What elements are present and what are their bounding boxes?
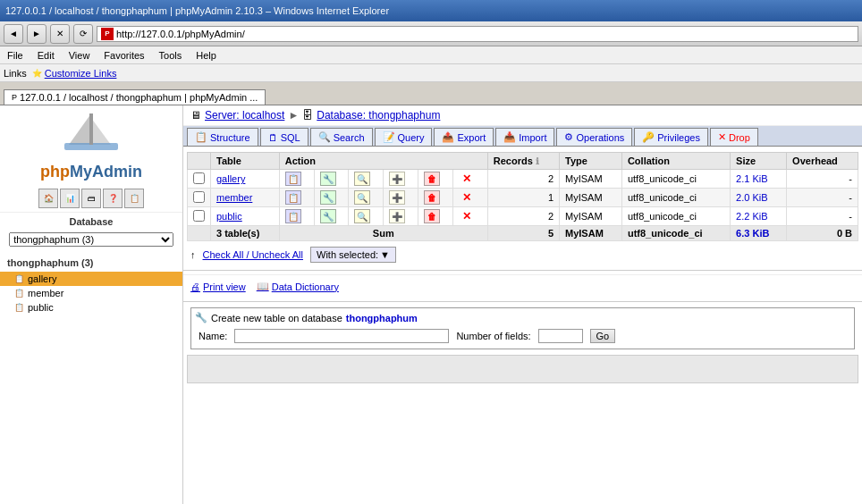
action-structure-public[interactable]: 🔧 (314, 207, 349, 226)
action-drop-member[interactable]: ✕ (452, 189, 487, 207)
print-dict-bar: 🖨 Print view 📖 Data Dictionary (183, 274, 862, 298)
tab-sql[interactable]: 🗒 SQL (260, 128, 308, 146)
action-insert-member[interactable]: ➕ (384, 189, 418, 207)
check-all-link[interactable]: Check All / Uncheck All (203, 249, 304, 260)
drop-x-icon[interactable]: ✕ (459, 190, 475, 205)
print-view-link[interactable]: 🖨 Print view (190, 281, 246, 292)
empty-icon[interactable]: 🗑 (424, 190, 440, 205)
tab-drop[interactable]: ✕ Drop (710, 128, 758, 146)
refresh-button[interactable]: ⟳ (73, 24, 93, 44)
structure-icon[interactable]: 🔧 (320, 209, 336, 223)
action-browse-public[interactable]: 📋 (279, 207, 314, 226)
search-table-icon[interactable]: 🔍 (354, 190, 370, 205)
action-empty-gallery[interactable]: 🗑 (418, 170, 453, 189)
search-table-icon[interactable]: 🔍 (354, 209, 370, 223)
drop-x-icon[interactable]: ✕ (459, 172, 475, 186)
empty-icon[interactable]: 🗑 (424, 172, 440, 186)
action-structure-gallery[interactable]: 🔧 (314, 170, 349, 189)
checkbox-public[interactable] (193, 210, 205, 222)
action-empty-member[interactable]: 🗑 (418, 189, 453, 207)
db-icon: 🗄 (302, 109, 313, 122)
tab-search[interactable]: 🔍 Search (310, 128, 373, 146)
sidebar-table-public[interactable]: 📋 public (0, 300, 182, 315)
menu-view[interactable]: View (62, 48, 97, 63)
action-insert-gallery[interactable]: ➕ (384, 170, 418, 189)
action-search-public[interactable]: 🔍 (349, 207, 384, 226)
table-name-member[interactable]: member (211, 189, 280, 207)
fields-count-input[interactable] (538, 329, 583, 343)
table-icon-gallery: 📋 (14, 274, 24, 283)
search-table-icon[interactable]: 🔍 (354, 172, 370, 186)
action-browse-gallery[interactable]: 📋 (279, 170, 314, 189)
browse-icon[interactable]: 📋 (285, 172, 301, 186)
tab-operations[interactable]: ⚙ Operations (556, 128, 632, 146)
browse-icon[interactable]: 📋 (285, 209, 301, 223)
sidebar-sql-icon[interactable]: 🗃 (81, 189, 101, 208)
customize-links-link[interactable]: Customize Links (45, 68, 117, 79)
col-overhead: Overhead (787, 153, 858, 170)
sidebar-table-member[interactable]: 📋 member (0, 286, 182, 300)
action-browse-member[interactable]: 📋 (279, 189, 314, 207)
action-drop-public[interactable]: ✕ (452, 207, 487, 226)
col-collation: Collation (621, 153, 730, 170)
sidebar-db-select[interactable]: thongphaphum (3) (9, 232, 173, 247)
with-selected-btn[interactable]: With selected: ▼ (310, 247, 396, 263)
collation-member: utf8_unicode_ci (621, 189, 730, 207)
collation-gallery: utf8_unicode_ci (621, 170, 730, 189)
sidebar-db-icon[interactable]: 📊 (60, 189, 80, 208)
back-button[interactable]: ◄ (4, 24, 23, 44)
table-name-input[interactable] (234, 329, 449, 343)
row-checkbox-gallery[interactable] (188, 170, 211, 189)
address-bar[interactable]: P http://127.0.0.1/phpMyAdmin/ (97, 26, 858, 42)
create-table-section: 🔧 Create new table on database thongphap… (190, 307, 855, 349)
action-search-member[interactable]: 🔍 (349, 189, 384, 207)
tab-export[interactable]: 📤 Export (434, 128, 494, 146)
insert-icon[interactable]: ➕ (389, 172, 405, 186)
structure-icon[interactable]: 🔧 (320, 172, 336, 186)
action-search-gallery[interactable]: 🔍 (349, 170, 384, 189)
menu-file[interactable]: File (0, 48, 30, 63)
size-member: 2.0 KiB (731, 189, 787, 207)
empty-icon[interactable]: 🗑 (424, 209, 440, 223)
tab-structure[interactable]: 📋 Structure (187, 128, 258, 146)
action-empty-public[interactable]: 🗑 (418, 207, 453, 226)
table-name-gallery[interactable]: gallery (211, 170, 280, 189)
forward-button[interactable]: ► (27, 24, 46, 44)
overhead-public: - (787, 207, 858, 226)
sidebar-exit-icon[interactable]: 📋 (124, 189, 144, 208)
tab-query[interactable]: 📝 Query (375, 128, 433, 146)
create-table-go-button[interactable]: Go (590, 329, 616, 343)
structure-icon[interactable]: 🔧 (320, 190, 336, 205)
row-checkbox-public[interactable] (188, 207, 211, 226)
menu-tools[interactable]: Tools (152, 48, 190, 63)
sidebar-help-icon[interactable]: ❓ (103, 189, 123, 208)
insert-icon[interactable]: ➕ (389, 209, 405, 223)
menu-help[interactable]: Help (189, 48, 224, 63)
menu-edit[interactable]: Edit (30, 48, 62, 63)
drop-x-icon[interactable]: ✕ (459, 209, 475, 223)
browse-icon[interactable]: 📋 (285, 190, 301, 205)
checkbox-gallery[interactable] (193, 172, 205, 184)
menu-favorites[interactable]: Favorites (97, 48, 151, 63)
server-link[interactable]: Server: localhost (205, 109, 284, 122)
sidebar-table-gallery[interactable]: 📋 gallery (0, 272, 182, 286)
checkbox-member[interactable] (193, 191, 205, 203)
stop-button[interactable]: ✕ (50, 24, 70, 44)
action-structure-member[interactable]: 🔧 (314, 189, 349, 207)
tab-favicon: P (12, 93, 17, 102)
browser-tab[interactable]: P 127.0.0.1 / localhost / thongphaphum |… (4, 89, 266, 105)
insert-icon[interactable]: ➕ (389, 190, 405, 205)
action-insert-public[interactable]: ➕ (384, 207, 418, 226)
db-link[interactable]: Database: thongphaphum (317, 109, 440, 122)
action-drop-gallery[interactable]: ✕ (452, 170, 487, 189)
export-icon: 📤 (442, 131, 454, 143)
table-name-public[interactable]: public (211, 207, 280, 226)
data-dict-link[interactable]: 📖 Data Dictionary (257, 281, 339, 292)
row-checkbox-member[interactable] (188, 189, 211, 207)
records-member: 1 (487, 189, 559, 207)
sidebar-home-icon[interactable]: 🏠 (38, 189, 58, 208)
tab-privileges[interactable]: 🔑 Privileges (634, 128, 708, 146)
create-table-form: Name: Number of fields: Go (195, 327, 850, 345)
tab-import[interactable]: 📥 Import (495, 128, 554, 146)
sidebar-icons: 🏠 📊 🗃 ❓ 📋 (0, 185, 182, 213)
